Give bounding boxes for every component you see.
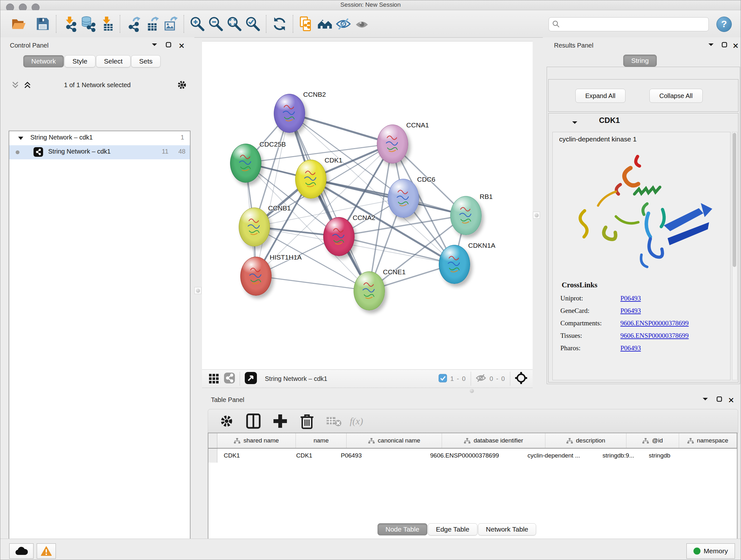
network-node-CCNB1[interactable] <box>239 207 270 246</box>
crosslink-link[interactable]: P06493 <box>620 344 641 352</box>
protein-name[interactable]: CDK1 <box>599 116 620 125</box>
table-cell[interactable]: P06493 <box>334 449 424 462</box>
selected-checkbox-icon[interactable] <box>439 374 447 384</box>
tab-style[interactable]: Style <box>64 55 95 67</box>
warning-status-button[interactable] <box>37 543 56 559</box>
add-column-icon[interactable] <box>270 411 290 431</box>
export-network-icon[interactable] <box>124 15 143 33</box>
network-node-HIST1H1A[interactable] <box>240 257 272 296</box>
zoom-selected-icon[interactable] <box>244 15 262 33</box>
zoom-fit-icon[interactable] <box>225 15 244 33</box>
tab-network[interactable]: Network <box>23 55 64 67</box>
import-network-file-icon[interactable] <box>60 15 79 33</box>
crosslink-label: Pharos: <box>560 344 620 352</box>
protein-description: cyclin-dependent kinase 1 <box>559 135 636 143</box>
right-splitter-handle[interactable] <box>533 212 540 219</box>
memory-button[interactable]: Memory <box>686 543 735 559</box>
column-header-database-identifier[interactable]: database identifier <box>442 433 545 448</box>
network-node-CCNA1[interactable] <box>377 125 408 164</box>
left-splitter-handle[interactable] <box>194 287 201 294</box>
bottom-splitter-handle[interactable] <box>468 388 475 394</box>
network-node-CDC25B[interactable] <box>230 144 261 183</box>
network-node-CDC6[interactable] <box>388 179 419 218</box>
hide-selected-icon[interactable] <box>334 15 353 33</box>
node-label-CDK1: CDK1 <box>325 157 342 164</box>
control-panel-menu-button[interactable] <box>151 43 157 48</box>
column-header-name[interactable]: name <box>296 433 347 448</box>
results-scrollbar[interactable] <box>732 132 738 380</box>
network-node-CCNB2[interactable] <box>274 94 305 133</box>
results-panel-menu-button[interactable] <box>708 43 714 48</box>
birds-eye-crosshair-icon[interactable] <box>515 372 528 386</box>
search-input[interactable] <box>563 19 704 30</box>
network-node-CCNE1[interactable] <box>354 271 385 310</box>
network-collection-row[interactable]: String Network – cdk1 1 <box>9 131 190 145</box>
results-panel-float-button[interactable] <box>722 42 727 49</box>
crosslink-link[interactable]: 9606.ENSP00000378699 <box>620 332 689 339</box>
table-panel-close-button[interactable]: ✕ <box>728 396 734 405</box>
refresh-layout-icon[interactable] <box>270 15 289 33</box>
grid-view-icon[interactable] <box>208 373 219 385</box>
tab-sets[interactable]: Sets <box>131 55 160 67</box>
protein-results-list: CDK1 cyclin-dependent kinase 1 <box>548 113 738 382</box>
tab-network-table[interactable]: Network Table <box>478 523 536 536</box>
crosslink-label: GeneCard: <box>560 307 620 315</box>
table-cell[interactable]: cyclin-dependent ... <box>521 449 596 462</box>
column-header-description[interactable]: description <box>545 433 626 448</box>
tab-edge-table[interactable]: Edge Table <box>428 523 477 536</box>
open-file-icon[interactable] <box>9 15 28 33</box>
delete-column-trash-icon[interactable] <box>297 411 317 431</box>
tab-node-table[interactable]: Node Table <box>378 523 427 536</box>
expand-collapse-bar: Expand All Collapse All <box>548 79 738 112</box>
network-view-toolbar: String Network – cdk1 1 - 0 0 - 0 <box>202 369 533 388</box>
table-panel-menu-button[interactable] <box>702 397 708 402</box>
table-cell[interactable]: stringdb <box>643 449 694 462</box>
import-network-database-icon[interactable] <box>79 15 97 33</box>
table-cell[interactable]: CDK1 <box>217 449 290 462</box>
tab-select[interactable]: Select <box>96 55 131 67</box>
column-header-shared-name[interactable]: shared name <box>217 433 296 448</box>
new-network-from-selection-icon[interactable] <box>297 15 316 33</box>
network-node-CDK1[interactable] <box>295 160 327 199</box>
results-panel-close-button[interactable]: ✕ <box>732 42 739 51</box>
show-columns-icon[interactable] <box>243 411 264 431</box>
expand-all-button[interactable]: Expand All <box>576 89 625 103</box>
export-image-icon[interactable] <box>161 15 180 33</box>
column-header-canonical-name[interactable]: canonical name <box>347 433 442 448</box>
table-panel-float-button[interactable] <box>717 396 722 403</box>
control-panel-close-button[interactable]: ✕ <box>179 42 185 51</box>
table-settings-gear-icon[interactable] <box>216 411 237 431</box>
show-all-icon[interactable] <box>353 15 371 33</box>
network-canvas[interactable]: CCNB2CCNA1CDC25BCDK1CDC6RB1CCNB1CCNA2CDK… <box>202 41 533 370</box>
column-header-namespace[interactable]: namespace <box>679 433 737 448</box>
zoom-in-icon[interactable] <box>188 15 206 33</box>
column-header--id[interactable]: @id <box>626 433 679 448</box>
network-node-CDKN1A[interactable] <box>439 245 470 284</box>
network-row-selected[interactable]: String Network – cdk1 11 48 <box>9 145 190 159</box>
import-table-icon[interactable] <box>97 15 116 33</box>
crosslink-link[interactable]: 9606.ENSP00000378699 <box>620 319 689 327</box>
protein-expander-icon[interactable] <box>572 120 578 125</box>
network-node-RB1[interactable] <box>450 196 482 235</box>
table-cell[interactable]: CDK1 <box>290 449 334 462</box>
save-session-icon[interactable] <box>33 15 52 33</box>
control-panel-float-button[interactable] <box>165 42 172 49</box>
results-panel: Results Panel ✕ String Expand All Collap… <box>543 37 741 394</box>
crosslink-link[interactable]: P06493 <box>620 307 641 314</box>
cloud-status-button[interactable] <box>9 543 33 559</box>
tab-string[interactable]: String <box>623 55 657 67</box>
first-neighbors-houses-icon[interactable] <box>316 15 334 33</box>
help-icon[interactable]: ? <box>717 17 732 32</box>
table-cell[interactable]: stringdb:9... <box>596 449 643 462</box>
network-badge-icon[interactable] <box>224 372 235 385</box>
export-table-icon[interactable] <box>143 15 161 33</box>
table-cell[interactable]: 9606.ENSP00000378699 <box>424 449 521 462</box>
crosslink-link[interactable]: P06493 <box>620 294 641 302</box>
zoom-out-icon[interactable] <box>206 15 225 33</box>
network-options-gear-icon[interactable] <box>177 79 187 91</box>
collapse-all-button[interactable]: Collapse All <box>650 89 703 103</box>
detach-view-icon[interactable] <box>245 372 257 386</box>
table-row[interactable]: CDK1CDK1P064939606.ENSP00000378699cyclin… <box>208 449 737 462</box>
network-node-CCNA2[interactable] <box>323 217 354 256</box>
collection-expander-icon[interactable] <box>18 136 23 140</box>
